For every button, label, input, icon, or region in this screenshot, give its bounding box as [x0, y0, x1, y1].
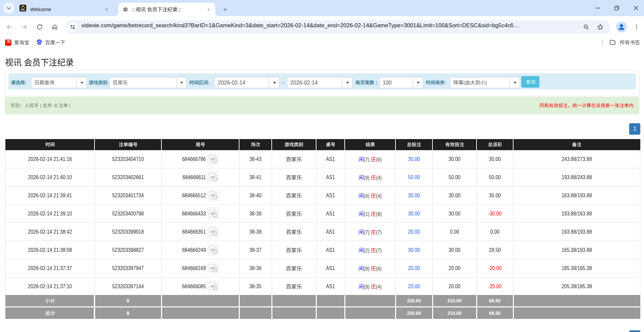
svg-text:du: du: [38, 42, 41, 44]
